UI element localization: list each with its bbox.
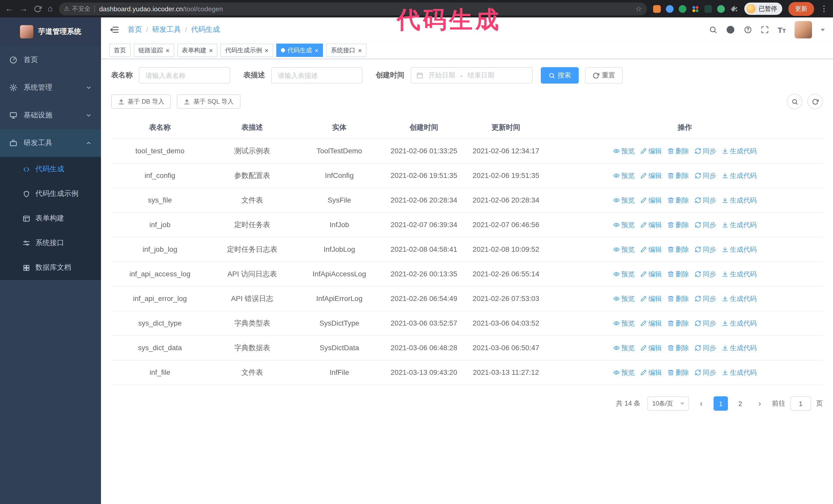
generate-code-link[interactable]: 生成代码 [722,293,757,304]
generate-code-link[interactable]: 生成代码 [722,342,757,353]
sidebar-item-codegen[interactable]: 代码生成 [0,157,101,182]
puzzle-icon[interactable] [730,4,738,13]
generate-code-link[interactable]: 生成代码 [722,195,757,206]
edit-link[interactable]: 编辑 [640,244,662,255]
github-icon[interactable] [726,25,735,34]
edit-link[interactable]: 编辑 [640,318,662,329]
forward-icon[interactable]: → [20,5,28,13]
extension-icon-6[interactable] [717,5,725,13]
sync-link[interactable]: 同步 [695,170,716,181]
sidebar-item-form-builder[interactable]: 表单构建 [0,206,101,231]
sidebar-collapse-icon[interactable] [109,25,119,35]
sidebar-item-system-api[interactable]: 系统接口 [0,231,101,255]
tab-home[interactable]: 首页 [109,44,131,57]
edit-link[interactable]: 编辑 [640,367,662,378]
sync-link[interactable]: 同步 [695,269,716,280]
delete-link[interactable]: 删除 [667,342,689,353]
extension-icon-2[interactable] [666,5,673,13]
tab-codegen-example[interactable]: 代码生成示例 × [220,44,273,57]
extension-icon-5[interactable] [704,5,712,13]
profile-paused-badge[interactable]: 已暂停 [744,3,782,15]
sync-link[interactable]: 同步 [695,342,716,353]
home-icon[interactable]: ⌂ [48,5,52,13]
edit-link[interactable]: 编辑 [640,146,662,157]
user-avatar[interactable] [794,21,812,39]
table-name-input[interactable] [139,67,230,83]
page-button-1[interactable]: 1 [714,396,728,411]
sidebar-item-codegen-example[interactable]: 代码生成示例 [0,182,101,206]
preview-link[interactable]: 预览 [613,195,635,206]
page-size-select[interactable]: 10条/页 [648,396,689,411]
delete-link[interactable]: 删除 [667,195,689,206]
sync-link[interactable]: 同步 [695,219,716,230]
sync-link[interactable]: 同步 [695,293,716,304]
generate-code-link[interactable]: 生成代码 [722,269,757,280]
bookmark-star-icon[interactable]: ☆ [635,5,642,13]
sync-link[interactable]: 同步 [695,195,716,206]
generate-code-link[interactable]: 生成代码 [722,244,757,255]
preview-link[interactable]: 预览 [613,367,635,378]
preview-link[interactable]: 预览 [613,146,635,157]
security-chip[interactable]: ⚠ 不安全 [64,4,91,13]
breadcrumb-item[interactable]: 代码生成 [191,25,220,34]
generate-code-link[interactable]: 生成代码 [722,146,757,157]
search-button[interactable]: 搜索 [541,67,579,83]
delete-link[interactable]: 删除 [667,293,689,304]
delete-link[interactable]: 删除 [667,219,689,230]
edit-link[interactable]: 编辑 [640,195,662,206]
sidebar-item-infra[interactable]: 基础设施 [0,101,101,129]
font-size-icon[interactable]: TT [778,25,786,34]
refresh-table-button[interactable] [807,94,823,109]
delete-link[interactable]: 删除 [667,244,689,255]
breadcrumb-item[interactable]: 首页 [128,25,142,34]
sync-link[interactable]: 同步 [695,146,716,157]
search-toggle-button[interactable] [787,94,802,109]
edit-link[interactable]: 编辑 [640,342,662,353]
edit-link[interactable]: 编辑 [640,170,662,181]
delete-link[interactable]: 删除 [667,367,689,378]
preview-link[interactable]: 预览 [613,219,635,230]
extension-icon-4[interactable] [691,5,699,13]
tab-close-icon[interactable]: × [209,47,213,54]
help-icon[interactable] [744,26,752,34]
extension-icon-1[interactable] [653,5,661,13]
refresh-icon[interactable] [34,5,42,13]
search-icon[interactable] [709,26,717,34]
preview-link[interactable]: 预览 [613,170,635,181]
back-icon[interactable]: ← [5,5,13,13]
sidebar-item-system[interactable]: 系统管理 [0,74,101,101]
extension-icon-3[interactable] [679,5,686,13]
edit-link[interactable]: 编辑 [640,293,662,304]
preview-link[interactable]: 预览 [613,244,635,255]
sync-link[interactable]: 同步 [695,318,716,329]
browser-menu-icon[interactable]: ⋮ [820,4,828,13]
sidebar-item-db-doc[interactable]: 数据库文档 [0,255,101,280]
tab-close-icon[interactable]: × [315,47,318,54]
tab-close-icon[interactable]: × [358,47,362,54]
import-db-button[interactable]: 基于 DB 导入 [111,94,171,109]
generate-code-link[interactable]: 生成代码 [722,170,757,181]
tab-system-api[interactable]: 系统接口 × [326,44,366,57]
edit-link[interactable]: 编辑 [640,269,662,280]
tab-codegen[interactable]: 代码生成 × [276,44,323,57]
next-page-button[interactable]: › [753,396,767,411]
generate-code-link[interactable]: 生成代码 [722,219,757,230]
logo[interactable]: 芋道管理系统 [0,18,101,46]
goto-page-input[interactable] [790,396,811,411]
breadcrumb-item[interactable]: 研发工具 [152,25,181,34]
address-bar[interactable]: ⚠ 不安全 dashboard.yudao.iocoder.cn/tool/co… [59,2,647,15]
tab-tracing[interactable]: 链路追踪 × [134,44,174,57]
delete-link[interactable]: 删除 [667,269,689,280]
tab-close-icon[interactable]: × [264,47,268,54]
tab-form-builder[interactable]: 表单构建 × [177,44,217,57]
sidebar-item-dev-tools[interactable]: 研发工具 [0,129,101,157]
page-button-2[interactable]: 2 [733,396,747,411]
sync-link[interactable]: 同步 [695,244,716,255]
delete-link[interactable]: 删除 [667,170,689,181]
sync-link[interactable]: 同步 [695,367,716,378]
reset-button[interactable]: 重置 [585,67,623,83]
preview-link[interactable]: 预览 [613,269,635,280]
delete-link[interactable]: 删除 [667,146,689,157]
delete-link[interactable]: 删除 [667,318,689,329]
generate-code-link[interactable]: 生成代码 [722,318,757,329]
